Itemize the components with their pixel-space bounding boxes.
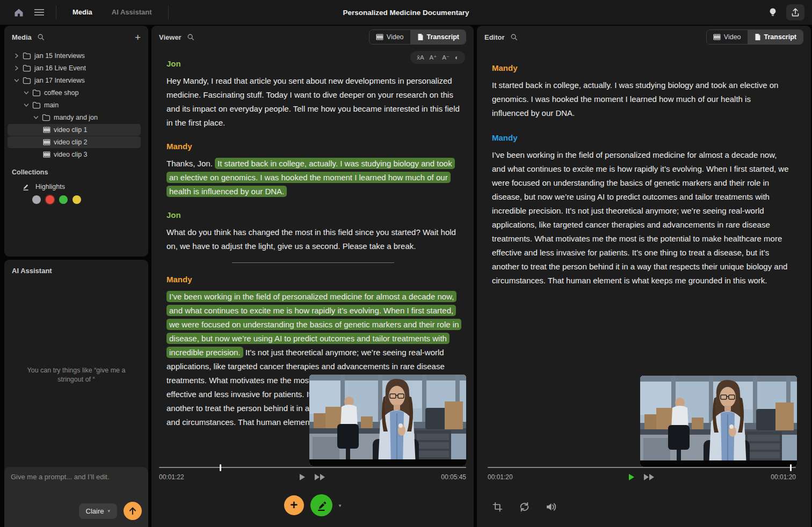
transcript-text[interactable]: What do you think has changed the most i… [166, 228, 456, 251]
film-icon [713, 34, 721, 40]
media-item-mandy-and-jon[interactable]: mandy and jon [8, 112, 141, 123]
crop-button[interactable] [491, 500, 504, 513]
highlight-dot-yellow[interactable] [73, 195, 81, 204]
editor-video-tab[interactable]: Video [707, 30, 748, 44]
export-button[interactable] [786, 4, 804, 20]
ai-prompt-box: Claire ▾ [4, 467, 148, 527]
media-item-label: jan 16 Live Event [34, 64, 86, 72]
font-increase-icon[interactable]: A⁺ [430, 54, 437, 61]
highlight-dot-gray[interactable] [32, 195, 41, 204]
play-button[interactable] [299, 473, 306, 481]
editor-playhead[interactable] [790, 464, 792, 471]
viewer-title: Viewer [159, 33, 182, 41]
chevron-down-icon[interactable] [14, 78, 19, 83]
top-bar: Media AI Assistant Personalized Medicine… [0, 0, 812, 25]
viewer-panel: Viewer Video Transcript x̄A A⁺ A⁻ ◐ Jon … [151, 26, 474, 527]
plus-icon: + [290, 499, 298, 511]
replace-clip-button[interactable] [518, 500, 531, 513]
media-item-main[interactable]: main [8, 99, 141, 111]
media-item-label: video clip 2 [54, 138, 88, 146]
transcript-text[interactable]: Hey Mandy, I read that article you sent … [166, 76, 460, 127]
home-icon [13, 8, 24, 17]
film-icon [376, 34, 383, 40]
media-item-label: video clip 1 [54, 126, 88, 134]
ai-assistant-panel: AI Assistant You can try things like “gi… [4, 260, 148, 527]
editor-video-thumbnail[interactable] [640, 376, 797, 467]
film-icon [43, 139, 50, 145]
editor-transcript-tab[interactable]: Transcript [748, 30, 803, 44]
chevron-down-icon[interactable] [24, 91, 29, 95]
viewer-search-icon[interactable] [187, 33, 194, 41]
collection-highlights[interactable]: Highlights [4, 178, 148, 192]
media-panel-title: Media [12, 33, 32, 41]
media-item-video-clip-1[interactable]: video clip 1 [8, 124, 141, 136]
scene-divider [232, 262, 394, 263]
ai-prompt-input[interactable] [10, 472, 143, 481]
home-button[interactable] [10, 4, 28, 20]
media-item-label: jan 15 Interviews [34, 52, 85, 60]
voice-name: Claire [86, 507, 104, 515]
chevron-down-icon: ▾ [107, 508, 110, 514]
speaker-label: Mandy [492, 61, 789, 75]
add-to-editor-button[interactable]: + [284, 495, 304, 515]
media-tree: jan 15 Interviews jan 16 Live Event jan … [4, 48, 148, 160]
media-item-coffee-shop[interactable]: coffee shop [8, 87, 141, 99]
highlight-dot-red[interactable] [46, 195, 54, 204]
translate-icon[interactable]: x̄A [417, 54, 424, 61]
send-prompt-button[interactable] [124, 502, 142, 520]
lightbulb-icon [769, 8, 777, 17]
highlighter-pen-icon [21, 182, 30, 191]
chevron-right-icon[interactable] [14, 53, 19, 58]
viewer-transcript-tab[interactable]: Transcript [411, 30, 466, 44]
fast-forward-button[interactable] [643, 473, 655, 481]
transcript-text[interactable]: I’ve been working in the field of person… [492, 150, 788, 285]
voice-selector[interactable]: Claire ▾ [79, 503, 118, 519]
media-item-jan-16-live-event[interactable]: jan 16 Live Event [8, 62, 141, 74]
chevron-down-icon[interactable] [33, 115, 39, 120]
transcript-text[interactable]: Thanks, Jon. [166, 159, 215, 168]
contrast-icon[interactable]: ◐ [455, 54, 459, 61]
play-button[interactable] [628, 473, 635, 481]
media-item-label: main [44, 101, 59, 109]
highlight-options-caret[interactable]: ▾ [339, 503, 342, 508]
viewer-view-toggle: Video Transcript [369, 30, 466, 45]
viewer-video-tab[interactable]: Video [369, 30, 411, 44]
menu-button[interactable] [30, 4, 48, 20]
marker-icon [315, 500, 327, 511]
viewer-video-thumbnail[interactable] [309, 375, 466, 466]
volume-button[interactable] [545, 500, 557, 513]
add-media-button[interactable]: + [135, 32, 141, 42]
folder-icon [23, 64, 31, 72]
font-decrease-icon[interactable]: A⁻ [442, 54, 450, 61]
upload-icon [791, 8, 800, 17]
speaker-label: Mandy [166, 140, 460, 153]
editor-timeline[interactable] [488, 467, 796, 469]
chevron-down-icon[interactable] [24, 103, 29, 107]
tab-media[interactable]: Media [64, 0, 101, 25]
tab-ai-assistant[interactable]: AI Assistant [103, 0, 161, 25]
media-search-icon[interactable] [37, 33, 45, 41]
viewer-playhead[interactable] [220, 464, 221, 471]
highlight-dot-green[interactable] [59, 195, 68, 204]
highlight-button[interactable] [310, 494, 332, 516]
document-icon [755, 33, 761, 41]
folder-icon [23, 77, 31, 84]
transcript-text[interactable]: It started back in college, actually. I … [492, 80, 778, 118]
media-item-jan-15-interviews[interactable]: jan 15 Interviews [8, 50, 141, 62]
chevron-right-icon[interactable] [14, 65, 19, 71]
text-display-controls: x̄A A⁺ A⁻ ◐ [410, 51, 465, 64]
editor-view-toggle: Video Transcript [706, 30, 803, 45]
tips-button[interactable] [764, 4, 782, 20]
editor-search-icon[interactable] [510, 33, 518, 41]
media-item-video-clip-3[interactable]: video clip 3 [8, 149, 141, 160]
folder-icon [23, 52, 31, 60]
media-panel: Media + jan 15 Interviews jan 16 Live Ev… [4, 26, 148, 257]
transcript-paragraph: Hey Mandy, I read that article you sent … [166, 74, 460, 130]
ai-hint-text: You can try things like “give me a strin… [4, 366, 148, 384]
transcript-paragraph: I’ve been working in the field of person… [492, 148, 789, 288]
fast-forward-button[interactable] [314, 473, 326, 481]
viewer-timeline[interactable] [159, 467, 466, 469]
media-item-jan-17-interviews[interactable]: jan 17 Interviews [8, 75, 141, 86]
transcript-paragraph: What do you think has changed the most i… [166, 225, 460, 253]
media-item-video-clip-2[interactable]: video clip 2 [8, 136, 141, 148]
